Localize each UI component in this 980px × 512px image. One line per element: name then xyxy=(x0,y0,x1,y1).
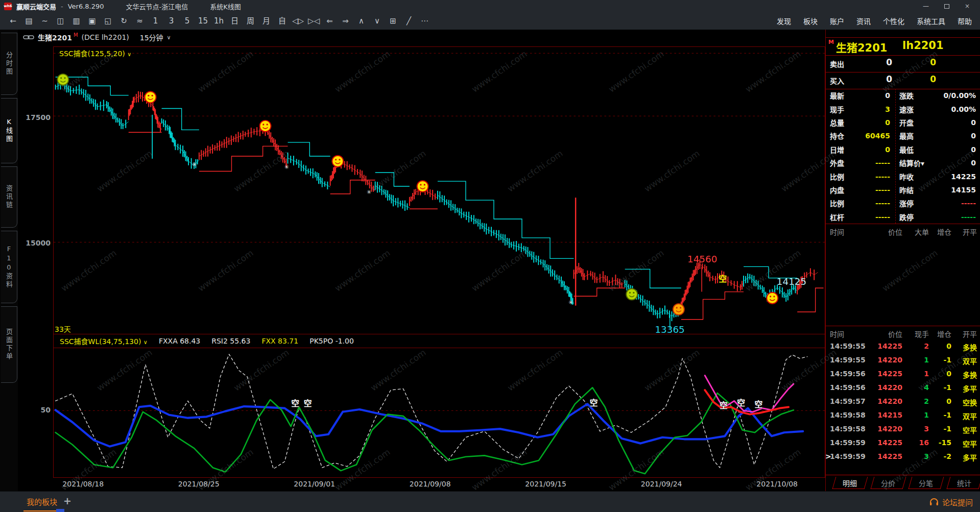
forum-link[interactable]: 论坛提问 xyxy=(929,497,973,507)
candlestick-button[interactable]: ◫ xyxy=(53,12,68,30)
x-axis-date-4: 2021/09/08 xyxy=(410,480,451,488)
sidebar-tab-2[interactable]: K线图 xyxy=(1,98,17,163)
tick-row-8[interactable]: 14:59:591422516-15空平 xyxy=(826,438,980,452)
page-down-button[interactable]: ∨ xyxy=(369,12,385,30)
quote-value: 0 xyxy=(854,91,890,100)
my-board-tab[interactable]: 我的板块 xyxy=(23,496,60,511)
main-kline-chart[interactable]: ✳✳✳✳空145601336514125 xyxy=(54,47,825,334)
quote-value: ----- xyxy=(854,213,890,221)
symbol-name[interactable]: 生猪2201 xyxy=(38,32,72,42)
layout-panes-button[interactable]: ⊞ xyxy=(385,12,401,30)
tick-row-2[interactable]: 14:59:55142201-1双平 xyxy=(826,356,980,370)
menu-item-1[interactable]: 发现 xyxy=(777,16,791,26)
x-axis-date-5: 2021/09/15 xyxy=(525,480,566,488)
main-chart-panel[interactable]: ✳✳✳✳空145601336514125 xyxy=(53,46,825,334)
more-tools-button[interactable]: ⋯ xyxy=(417,12,433,30)
add-board-button[interactable]: + xyxy=(63,495,71,506)
sidebar-tab-5[interactable]: 页面下单 xyxy=(1,306,17,383)
menu-item-7[interactable]: 帮助 xyxy=(958,16,972,26)
tick-row-9[interactable]: >14:59:59142253-2多平 xyxy=(826,452,980,466)
chain-link-icon[interactable] xyxy=(23,34,34,40)
quote-symbol-name: 生猪2201 xyxy=(836,39,887,55)
period-1hour-button[interactable]: 1h xyxy=(211,12,227,30)
indicator-switch-button[interactable]: ≈ xyxy=(132,12,148,30)
tick-flag: 双平 xyxy=(952,411,977,421)
refresh-button[interactable]: ↻ xyxy=(116,12,132,30)
main-indicator-label[interactable]: SSC捕食(125,5,20) ∨ xyxy=(59,48,131,58)
tick-time: 14:59:56 xyxy=(830,383,866,392)
smiley-marker xyxy=(417,181,428,192)
period-week-button[interactable]: 周 xyxy=(243,12,258,30)
panel-tab-3[interactable]: 分笔 xyxy=(909,477,944,489)
save-layout-button[interactable]: ◱ xyxy=(100,12,116,30)
period-day-button[interactable]: 日 xyxy=(227,12,243,30)
period-15min-button[interactable]: 15 xyxy=(195,12,211,30)
toolbar: ←▤∼◫▥▣◱↻≈135151h日周月自◁▷▷◁⇐⇒∧∨⊞╱⋯ 发现板块账户资讯… xyxy=(0,12,980,30)
bid-price: 0 xyxy=(846,74,892,84)
tick-flag: 空换 xyxy=(952,397,977,407)
tick-row-7[interactable]: 14:59:58142203-1空平 xyxy=(826,425,980,438)
period-1min-button[interactable]: 1 xyxy=(148,12,163,30)
sub-indicator-label[interactable]: SSC捕食WL(34,75,130) ∨ xyxy=(60,336,148,346)
bid-row: 买入 0 0 xyxy=(826,72,980,89)
panel-tab-1[interactable]: 明细 xyxy=(832,477,868,489)
menu-item-2[interactable]: 板块 xyxy=(803,16,818,26)
menu-item-3[interactable]: 账户 xyxy=(830,16,844,26)
close-button[interactable]: × xyxy=(965,3,970,10)
period-3min-button[interactable]: 3 xyxy=(163,12,179,30)
tick-oi-change: 0 xyxy=(930,397,951,405)
period-custom-button[interactable]: 自 xyxy=(274,12,290,30)
compress-bars-button[interactable]: ◁▷ xyxy=(290,12,306,30)
quote-row-10: 杠杆-----跌停----- xyxy=(826,210,980,224)
panel-tab-4[interactable]: 统计 xyxy=(946,477,980,489)
multi-chart-button[interactable]: ▥ xyxy=(68,12,84,30)
tick-row-5[interactable]: 14:59:571422020空换 xyxy=(826,397,980,411)
pan-left-button[interactable]: ⇐ xyxy=(322,12,338,30)
tick-row-3[interactable]: 14:59:561422510多换 xyxy=(826,370,980,383)
bid-label: 买入 xyxy=(830,76,844,86)
period-5min-button[interactable]: 5 xyxy=(179,12,195,30)
tick-price: 14225 xyxy=(869,438,902,447)
sidebar-tab-3[interactable]: 资讯链 xyxy=(1,166,17,228)
pan-right-button[interactable]: ⇒ xyxy=(338,12,353,30)
server-node: 文华云节点-浙江电信 xyxy=(126,2,188,11)
tick-row-6[interactable]: 14:59:58142151-1双平 xyxy=(826,411,980,425)
menu-item-6[interactable]: 系统工具 xyxy=(917,16,945,26)
back-arrow-button[interactable]: ← xyxy=(5,12,21,30)
expand-bars-button[interactable]: ▷◁ xyxy=(306,12,322,30)
menu-item-4[interactable]: 资讯 xyxy=(856,16,871,26)
main-contract-flag: M xyxy=(74,32,78,38)
menu-item-5[interactable]: 个性化 xyxy=(883,16,904,26)
column-header-时间: 时间 xyxy=(830,227,844,237)
draw-tool-button[interactable]: ╱ xyxy=(401,12,417,30)
quote-board-button[interactable]: ▤ xyxy=(21,12,37,30)
minimize-button[interactable]: — xyxy=(923,3,929,10)
tick-volume: 16 xyxy=(905,438,929,447)
indicator-caret-icon[interactable]: ∨ xyxy=(127,51,131,58)
sidebar-tab-4[interactable]: F10资料 xyxy=(1,231,17,303)
svg-text:13365: 13365 xyxy=(655,324,684,334)
period-selector[interactable]: 15分钟 xyxy=(140,32,163,42)
quote-value: ----- xyxy=(854,186,890,194)
period-month-button[interactable]: 月 xyxy=(258,12,274,30)
tick-row-1[interactable]: 14:59:551422520多换 xyxy=(826,342,980,356)
quote-value: 0 xyxy=(854,145,890,154)
panel-tab-2[interactable]: 分价 xyxy=(870,477,905,489)
tick-price: 14220 xyxy=(869,383,902,392)
smiley-marker xyxy=(767,292,778,304)
sub-chart-plot[interactable]: 空空空空空空 xyxy=(54,348,825,477)
left-sidebar: 分时图K线图资讯链F10资料页面下单 xyxy=(0,30,18,491)
quote-value: 0 xyxy=(926,145,976,154)
trend-line-button[interactable]: ∼ xyxy=(37,12,53,30)
maximize-button[interactable] xyxy=(944,4,949,9)
quote-panel: M 生猪2201 lh2201 卖出 0 0 买入 0 0 最新0涨跌0/0.0… xyxy=(825,30,980,491)
quote-value: 0/0.00% xyxy=(926,91,976,100)
sidebar-tab-1[interactable]: 分时图 xyxy=(1,33,17,95)
page-up-button[interactable]: ∧ xyxy=(353,12,369,30)
oscillator-chart[interactable]: 空空空空空空 xyxy=(54,348,825,477)
order-board-button[interactable]: ▣ xyxy=(84,12,100,30)
chart-header: 生猪2201 M (DCE lh2201) 15分钟 ∨ xyxy=(18,30,171,45)
quote-label: 比例 xyxy=(830,172,844,182)
tick-row-4[interactable]: 14:59:56142204-1多平 xyxy=(826,383,980,397)
period-caret-icon[interactable]: ∨ xyxy=(167,34,171,41)
